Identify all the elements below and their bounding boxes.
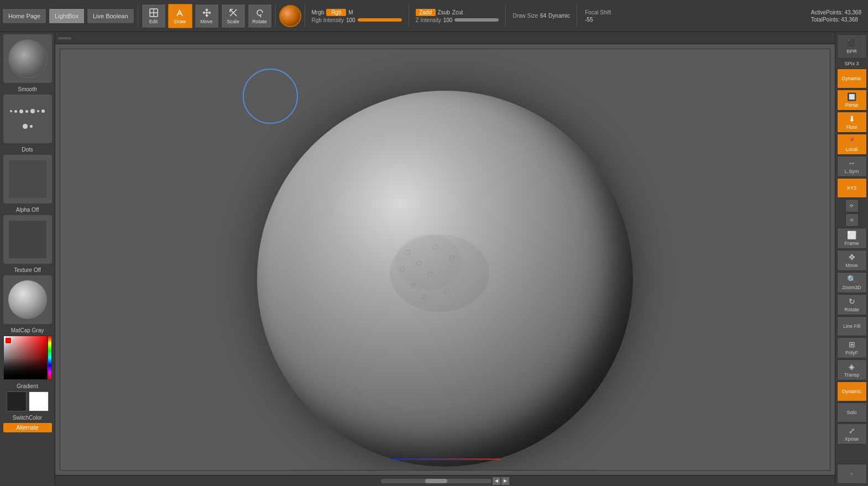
move-icon: ✥ bbox=[849, 253, 855, 262]
active-points-label: ActivePoints: bbox=[811, 9, 843, 15]
draw-label: Draw bbox=[174, 19, 186, 24]
active-points-value: 43,368 bbox=[844, 9, 861, 15]
dot-6 bbox=[37, 110, 39, 112]
dynamic2-button[interactable]: Dynamic bbox=[837, 382, 867, 401]
color-picker[interactable] bbox=[3, 336, 52, 380]
dots-brush-thumb[interactable] bbox=[3, 95, 52, 143]
lightbox-button[interactable]: LightBox bbox=[49, 8, 85, 24]
sym-icon-1[interactable]: ⟳ bbox=[845, 199, 859, 212]
frame-icon: ⬜ bbox=[847, 231, 856, 239]
dots-brush-label: Dots bbox=[22, 147, 33, 153]
polyf-button[interactable]: ⊞ PolyF bbox=[837, 337, 867, 358]
dot-9 bbox=[30, 125, 33, 128]
total-points-value: 43,368 bbox=[841, 17, 858, 23]
alternate-button[interactable]: Alternate bbox=[3, 423, 52, 432]
xpose-button[interactable]: ⤢ Xpose bbox=[837, 424, 867, 445]
dot-8 bbox=[23, 124, 28, 129]
lsym-button[interactable]: ↔ L.Sym bbox=[837, 156, 867, 177]
smooth-brush-thumb[interactable] bbox=[3, 34, 52, 83]
switch-color-label: SwitchColor bbox=[13, 415, 42, 421]
gradient-swatch-dark[interactable] bbox=[7, 391, 27, 411]
solo-button[interactable]: Solo bbox=[837, 403, 867, 422]
alpha-off-preview bbox=[8, 160, 47, 198]
spix-label: SPix 3 bbox=[843, 60, 860, 67]
separator-1 bbox=[138, 5, 138, 27]
live-boolean-button[interactable]: Live Boolean bbox=[87, 8, 134, 24]
floor-button[interactable]: ⬇ Floor bbox=[837, 112, 867, 133]
move-tool-button[interactable]: Move bbox=[195, 4, 219, 28]
dot-3 bbox=[19, 109, 23, 113]
dynamic2-label: Dynamic bbox=[842, 389, 861, 394]
canvas-tab[interactable] bbox=[57, 36, 72, 39]
gradient-swatch-light[interactable] bbox=[29, 391, 49, 411]
alpha-off-thumb[interactable] bbox=[3, 155, 52, 203]
smooth-brush-label: Smooth bbox=[18, 86, 36, 92]
move-label: Move bbox=[201, 19, 213, 24]
canvas-area: ◀ ▶ bbox=[55, 32, 835, 486]
z-intensity-slider[interactable] bbox=[454, 18, 499, 22]
scroll-right-arrow[interactable]: ▶ bbox=[501, 477, 509, 485]
sphere-container bbox=[257, 91, 633, 467]
separator-6 bbox=[577, 5, 577, 27]
xpose-label: Xpose bbox=[845, 436, 859, 442]
draw-tool-button[interactable]: Draw bbox=[168, 4, 192, 28]
focal-shift-value: -55 bbox=[585, 17, 611, 23]
separator-3 bbox=[305, 5, 305, 27]
texture-off-thumb[interactable] bbox=[3, 215, 52, 264]
scroll-left-arrow[interactable]: ◀ bbox=[493, 477, 500, 485]
z-intensity-label: Z Intensity bbox=[416, 17, 441, 23]
texture-off-label: Texture Off bbox=[14, 267, 41, 273]
dot-2 bbox=[14, 110, 17, 113]
color-picker-gradient[interactable] bbox=[3, 336, 48, 380]
zadd-button[interactable]: Zadd bbox=[416, 9, 436, 16]
z-mode-group: Zadd Zsub Zcut Z Intensity 100 bbox=[412, 9, 503, 23]
local-button[interactable]: 📍 Local bbox=[837, 134, 867, 155]
frame-button[interactable]: ⬜ Frame bbox=[837, 228, 867, 249]
xpose-icon: ⤢ bbox=[849, 426, 855, 435]
floor-icon: ⬇ bbox=[849, 114, 855, 123]
xyz-label: XYZ bbox=[847, 185, 857, 191]
material-sphere-icon[interactable] bbox=[279, 5, 301, 27]
polyf-label: PolyF bbox=[845, 350, 858, 356]
focal-shift-group: Focal Shift -55 bbox=[581, 9, 615, 23]
bpr-button[interactable]: ⬛ BPR bbox=[837, 34, 867, 59]
persp-label: Persp bbox=[845, 102, 859, 108]
sym-icon-2[interactable]: ⟲ bbox=[845, 213, 859, 227]
home-page-button[interactable]: Home Page bbox=[2, 8, 46, 24]
zcut-label: Zcut bbox=[452, 9, 463, 15]
dot-7 bbox=[41, 109, 45, 113]
lsym-icon: ↔ bbox=[848, 159, 856, 168]
rotate-tool-button[interactable]: Rotate bbox=[248, 4, 272, 28]
matcap-preview bbox=[8, 280, 47, 319]
persp-button[interactable]: 🔲 Persp bbox=[837, 90, 867, 111]
linefill-button[interactable]: Line Fill bbox=[837, 316, 867, 336]
alpha-off-label: Alpha Off bbox=[16, 207, 39, 213]
rgb-button[interactable]: Rgb bbox=[326, 9, 346, 16]
expand-panel-arrow[interactable]: › bbox=[837, 464, 867, 484]
dynamic-label: Dynamic bbox=[842, 76, 861, 81]
matcap-thumb[interactable] bbox=[3, 275, 52, 324]
transp-button[interactable]: ◈ Transp bbox=[837, 359, 867, 380]
local-icon: 📍 bbox=[847, 137, 856, 145]
dynamic-button[interactable]: Dynamic bbox=[837, 69, 867, 88]
sculpt-shadow-2 bbox=[395, 234, 462, 290]
scale-tool-button[interactable]: Scale bbox=[221, 4, 245, 28]
hue-bar[interactable] bbox=[48, 336, 52, 380]
xyz-button[interactable]: XYZ bbox=[837, 178, 867, 198]
draw-size-value: 64 bbox=[540, 13, 546, 19]
dot-4 bbox=[25, 110, 28, 113]
scroll-track[interactable] bbox=[381, 479, 491, 483]
zoom3d-button[interactable]: 🔍 Zoom3D bbox=[837, 272, 867, 293]
linefill-label: Line Fill bbox=[843, 323, 860, 329]
rgb-intensity-slider[interactable] bbox=[358, 18, 402, 22]
floor-label: Floor bbox=[846, 124, 857, 130]
dot-1 bbox=[10, 110, 12, 112]
matcap-label: MatCap Gray bbox=[11, 327, 44, 333]
rotate-button[interactable]: ↻ Rotate bbox=[837, 294, 867, 315]
move-button[interactable]: ✥ Move bbox=[837, 250, 867, 271]
viewport[interactable] bbox=[60, 49, 830, 471]
edit-tool-button[interactable]: Edit bbox=[142, 4, 166, 28]
scroll-thumb[interactable] bbox=[425, 479, 447, 483]
mrgb-label: Mrgb bbox=[312, 9, 325, 15]
scroll-arrows: ◀ ▶ bbox=[493, 477, 509, 485]
